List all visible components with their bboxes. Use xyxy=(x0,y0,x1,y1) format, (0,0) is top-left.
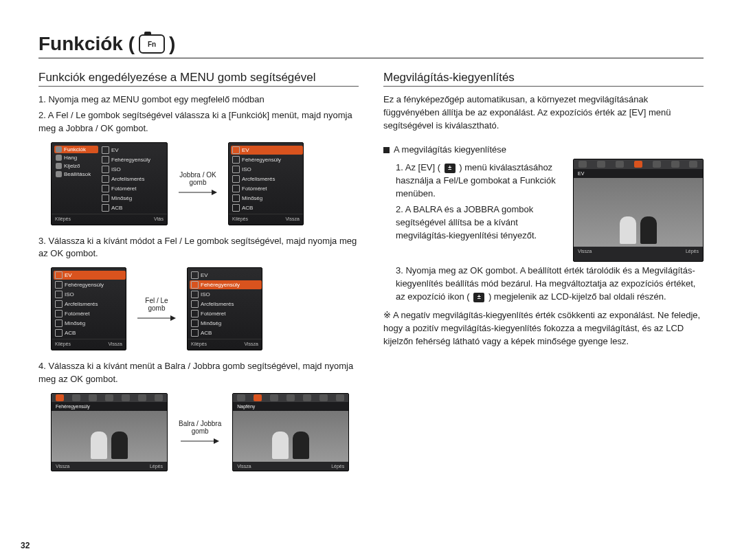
right-step-1: 1. Az [EV] ( ± ) menü kiválasztásához ha… xyxy=(396,161,563,201)
arrow-1: Jobbra / OK gomb xyxy=(179,171,217,196)
arrow-2: Fel / Le gomb xyxy=(137,297,176,322)
menu-screenshot-narrow-2b: EV Fehéregyensúly ISO Arcfelismerés Fotó… xyxy=(187,267,262,350)
title-text: Funkciók ( xyxy=(38,33,135,55)
arrow-right-icon xyxy=(181,438,219,445)
exposure-icon: ± xyxy=(473,293,484,302)
ev-screenshot-3a: Fehéregyensúly VisszaLépés xyxy=(51,393,168,471)
svg-marker-1 xyxy=(212,190,217,195)
right-step-3: 3. Nyomja meg az OK gombot. A beállított… xyxy=(396,265,704,304)
menu-screenshot-full: Funkciók Hang Kijelző Beállítások EV Feh… xyxy=(51,142,168,225)
title-rule xyxy=(38,58,704,58)
figure-row-1: Funkciók Hang Kijelző Beállítások EV Feh… xyxy=(51,142,359,225)
ev-screenshot-3b: Napfény VisszaLépés xyxy=(232,393,349,471)
right-step-2: 2. A BALRA és a JOBBRA gombok segítségév… xyxy=(396,203,563,243)
svg-marker-5 xyxy=(214,438,219,444)
exposure-icon: ± xyxy=(445,164,456,173)
svg-marker-3 xyxy=(170,315,176,321)
arrow-3: Balra / Jobbra gomb xyxy=(179,420,221,445)
left-step-3: 3. Válassza ki a kívánt módot a Fel / Le… xyxy=(38,235,359,261)
arrow-right-icon xyxy=(137,315,176,322)
right-bullet: A megvilágítás kiegyenlítése xyxy=(383,144,704,157)
left-heading: Funkciók engedélyezése a MENU gomb segít… xyxy=(38,71,359,85)
right-heading-rule xyxy=(383,86,704,87)
page-number: 32 xyxy=(21,541,30,550)
arrow-right-icon xyxy=(179,189,217,196)
title-close: ) xyxy=(169,33,175,55)
square-bullet-icon xyxy=(383,147,390,153)
right-intro: Ez a fényképezőgép automatikusan, a körn… xyxy=(383,93,704,133)
figure-row-2: EV Fehéregyensúly ISO Arcfelismerés Fotó… xyxy=(51,267,359,350)
left-step-2: 2. A Fel / Le gombok segítségével válass… xyxy=(38,109,359,135)
left-heading-rule xyxy=(38,86,359,87)
menu-screenshot-narrow-1: EV Fehéregyensúly ISO Arcfelismerés Fotó… xyxy=(228,142,304,225)
page-title: Funkciók ( Fn ) xyxy=(38,33,704,55)
menu-screenshot-narrow-2a: EV Fehéregyensúly ISO Arcfelismerés Fotó… xyxy=(51,267,126,350)
right-heading: Megvilágítás-kiegyenlítés xyxy=(383,71,704,85)
left-step-4: 4. Válassza ki a kívánt menüt a Balra / … xyxy=(38,360,359,386)
camera-fn-icon: Fn xyxy=(139,34,165,54)
left-step-1: 1. Nyomja meg az MENU gombot egy megfele… xyxy=(38,93,359,107)
figure-row-3: Fehéregyensúly VisszaLépés Balra / Jobbr… xyxy=(51,393,359,471)
ev-screenshot-right: EV VisszaLépés xyxy=(573,159,704,262)
right-note: ※ A negatív megvilágítás-kiegyenlítés ér… xyxy=(383,309,704,348)
